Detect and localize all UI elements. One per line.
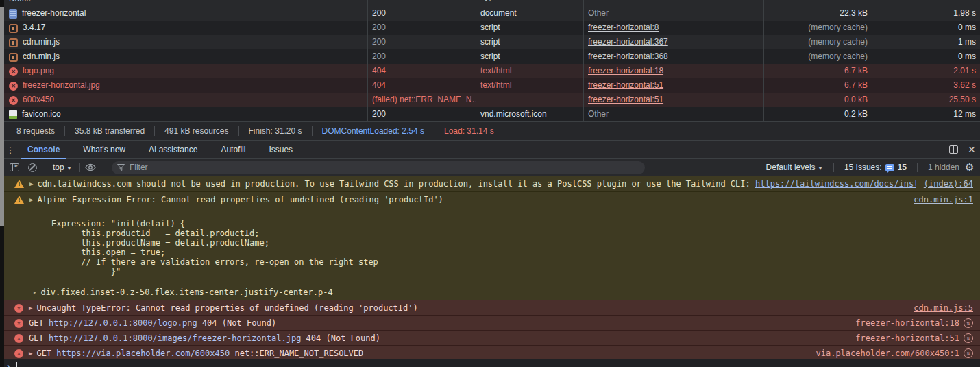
image-icon [9,110,17,119]
source-location-link[interactable]: via.placeholder.com/600x450:1 [816,348,959,358]
log-levels-dropdown[interactable]: Default levels ▼ [766,163,823,172]
column-header-status[interactable]: Status [368,0,476,6]
column-header-size[interactable]: Size [764,0,872,6]
summary-item: Finish: 31.20 s [239,126,312,136]
network-request-row[interactable]: logo.png404text/htmlfreezer-horizontal:1… [0,64,980,78]
issues-counter[interactable]: 15 Issues: 15 [844,163,907,172]
request-time-cell: 1.98 s [872,6,980,21]
request-status-cell: 200 [368,107,476,121]
warning-icon [14,196,24,204]
request-name-cell: favicon.ico [0,107,368,121]
issues-bubble-icon [885,164,894,171]
reveal-in-network-icon[interactable]: ⇅ [964,318,973,328]
tab-what-s-new[interactable]: What's new [76,141,132,159]
network-request-row[interactable]: cdn.min.js200scriptfreezer-horizontal:36… [0,35,980,49]
initiator-link[interactable]: freezer-horizontal:51 [588,80,663,90]
request-name-cell: cdn.min.js [0,49,368,64]
console-settings-gear-icon[interactable]: ⚙ [965,161,977,174]
source-location-link[interactable]: freezer-horizontal:51 [855,333,959,343]
initiator-link[interactable]: freezer-horizontal:367 [588,37,668,47]
column-header-type[interactable]: Type [476,0,584,6]
summary-item: 35.8 kB transferred [65,126,154,136]
source-location-link[interactable]: freezer-horizontal:18 [855,318,959,328]
message-source: cdn.min.js:5 [914,303,973,313]
console-filter-input[interactable]: Filter [112,161,645,174]
network-request-row[interactable]: freezer-horizontal.jpg404text/htmlfreeze… [0,78,980,93]
request-size-cell: 22.3 kB [764,6,872,21]
console-message-error[interactable]: ▶Uncaught TypeError: Cannot read propert… [0,300,980,316]
scrollbar-track[interactable] [0,0,4,367]
request-name: cdn.min.js [23,49,60,64]
initiator-link[interactable]: freezer-horizontal:18 [588,66,663,75]
column-header-time[interactable]: Time [872,0,980,6]
console-message-error[interactable]: GET http://127.0.0.1:8000/images/freezer… [0,331,980,346]
console-message-error[interactable]: ▶GET https://via.placeholder.com/600x450… [0,346,980,361]
reveal-in-network-icon[interactable]: ⇅ [964,348,973,358]
expand-arrow-icon[interactable]: ▶ [29,196,33,203]
tab-issues[interactable]: Issues [262,141,299,159]
failed-icon [9,82,18,91]
request-name: 600x450 [23,93,54,107]
request-status-cell: 200 [368,21,476,35]
hidden-messages-label: 1 hidden [928,163,959,172]
column-header-initiator[interactable]: Initiator [584,0,764,6]
message-url-link[interactable]: https://via.placeholder.com/600x450 [56,348,230,358]
console-toolbar: top ▼ Filter Default levels ▼ 15 Issues:… [0,159,980,176]
initiator-link[interactable]: freezer-horizontal:51 [588,95,663,104]
summary-item: 8 requests [7,126,64,136]
source-location-link[interactable]: cdn.min.js:1 [914,195,973,204]
message-text: Uncaught TypeError: Cannot read properti… [36,303,905,313]
close-drawer-icon[interactable]: ✕ [968,144,979,155]
request-time-cell: 0 ms [872,49,980,64]
message-url-link[interactable]: https://tailwindcss.com/docs/installatio… [755,179,916,189]
network-request-row[interactable]: cdn.min.js200scriptfreezer-horizontal:36… [0,49,980,64]
network-request-row[interactable]: 600x450(failed) net::ERR_NAME_N…freezer-… [0,93,980,107]
source-location-link[interactable]: (index):64 [924,179,973,189]
initiator-link[interactable]: freezer-horizontal:368 [588,51,668,61]
message-url-link[interactable]: http://127.0.0.1:8000/logo.png [49,318,197,328]
console-message-warning[interactable]: ▶cdn.tailwindcss.com should not be used … [0,176,980,192]
reveal-in-network-icon[interactable]: ⇅ [964,333,973,343]
request-time-cell: 12 ms [872,107,980,121]
tab-autofill[interactable]: Autofill [214,141,252,159]
source-location-link[interactable]: cdn.min.js:5 [914,303,973,313]
chevron-down-icon: ▼ [66,165,72,171]
chevron-down-icon: ▼ [818,165,823,171]
network-request-row[interactable]: 3.4.17200scriptfreezer-horizontal:8(memo… [0,21,980,35]
tab-ai-assistance[interactable]: AI assistance [142,141,204,159]
initiator-link[interactable]: freezer-horizontal:8 [588,23,659,32]
console-prompt[interactable]: › [0,359,980,367]
toggle-drawer-layout-icon[interactable] [949,145,958,154]
summary-item: DOMContentLoaded: 2.54 s [313,126,434,136]
message-first-line: ▶Uncaught TypeError: Cannot read propert… [5,300,980,313]
error-icon [14,349,23,358]
live-expression-eye-icon[interactable] [85,162,96,173]
network-request-row[interactable]: freezer-horizontal200documentOther22.3 k… [0,6,980,21]
clear-console-icon[interactable] [28,163,37,172]
console-message-error[interactable]: GET http://127.0.0.1:8000/logo.png 404 (… [0,316,980,331]
request-time-cell: 2.01 s [872,64,980,78]
expand-arrow-icon[interactable]: ▶ [29,180,33,187]
column-header-name[interactable]: Name [0,0,368,6]
request-time-cell: 1 ms [872,35,980,49]
expand-arrow-icon[interactable]: ▶ [29,305,32,311]
script-icon [9,38,18,47]
request-name-cell: freezer-horizontal.jpg [0,78,368,93]
request-type-cell: text/html [476,64,584,78]
console-message-warning[interactable]: ▶Alpine Expression Error: Cannot read pr… [0,192,980,300]
script-icon [9,53,18,62]
request-time-cell: 25.50 s [872,93,980,107]
failed-icon [9,96,18,105]
scrollbar-thumb[interactable] [0,7,4,226]
dom-element-selector[interactable]: div.fixed.inset-0.z-50.flex.items-center… [40,287,332,297]
message-first-line: ▶cdn.tailwindcss.com should not be used … [5,176,980,189]
message-url-link[interactable]: http://127.0.0.1:8000/images/freezer-hor… [49,333,301,343]
network-request-row[interactable]: favicon.ico200vnd.microsoft.iconOther0.2… [0,107,980,121]
expand-arrow-icon[interactable]: ▸ [33,289,36,296]
tab-console[interactable]: Console [21,141,66,159]
error-icon [14,319,23,328]
expand-arrow-icon[interactable]: ▶ [29,350,32,357]
console-sidebar-icon[interactable] [10,163,19,171]
request-status-cell: (failed) net::ERR_NAME_N… [368,93,476,107]
execution-context-selector[interactable]: top ▼ [50,163,75,172]
